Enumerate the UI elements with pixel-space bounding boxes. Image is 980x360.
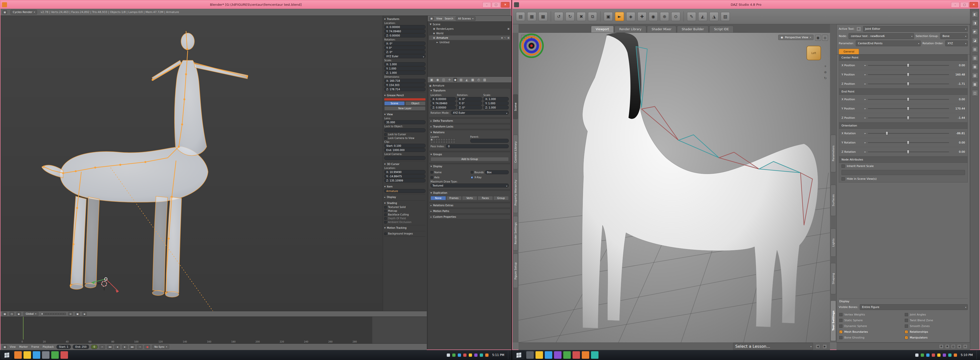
tray-icon[interactable] <box>474 354 477 357</box>
scale-x-field[interactable]: X: 1.000 <box>384 62 425 66</box>
pan-icon[interactable]: + <box>824 64 827 68</box>
frame-end-field[interactable]: End: 250 <box>73 345 89 349</box>
timeline-area[interactable]: 0 20 40 60 80 100 120 140 160 180 200 22… <box>0 317 427 344</box>
vertex-weights-checkbox[interactable] <box>839 313 843 316</box>
twist-blend-zone-row[interactable]: Twist Blend Zone <box>904 318 968 323</box>
depth-of-field-checkbox[interactable] <box>384 217 387 220</box>
scale-y-field[interactable]: Y: 1.000 <box>384 67 425 70</box>
matcap-row[interactable]: Matcap <box>384 209 425 213</box>
relationships-checkbox[interactable]: ✓ <box>905 330 908 333</box>
dup-faces-button[interactable]: Faces <box>477 196 493 200</box>
taskbar-app-icon[interactable] <box>582 351 589 359</box>
edge-icon-6[interactable]: ▥ <box>972 55 978 61</box>
selection-group-dropdown[interactable]: Bone ▾ <box>940 33 968 39</box>
blender-titlebar[interactable]: Blender* [G:\3dFIGURES\centaur\femcentau… <box>0 0 511 9</box>
parent-field[interactable] <box>470 139 509 143</box>
show-desktop-button[interactable] <box>508 351 509 359</box>
tray-icon[interactable] <box>943 354 946 357</box>
nudge-left-icon[interactable]: ► <box>864 73 866 76</box>
static-sphere-row[interactable]: Static Sphere <box>839 318 902 323</box>
obj-rotation-mode-dropdown[interactable]: XYZ Euler▾ <box>451 111 509 115</box>
viewport-editor-icon[interactable]: ▦ <box>3 312 7 316</box>
object-layers-grid-2[interactable] <box>431 141 469 143</box>
daz-centaur-figure[interactable] <box>582 33 818 328</box>
tray-icon[interactable] <box>932 354 935 357</box>
tab-shader-mixer[interactable]: Shader Mixer <box>647 26 676 32</box>
slider-knob[interactable] <box>907 141 909 145</box>
obj-location-z[interactable]: Z: 0.00000 <box>431 105 456 110</box>
manipulators-checkbox[interactable]: ✓ <box>905 336 908 339</box>
rotation-mode-dropdown[interactable]: XYZ Euler▾ <box>384 54 425 58</box>
daz-viewport[interactable]: ↖ + ◉ Perspective View ▾ ▦ ◎ Left <box>519 33 830 342</box>
maximize-button[interactable]: ▢ <box>492 2 500 8</box>
taskbar-app-icon[interactable] <box>573 351 580 359</box>
dynamic-sphere-row[interactable]: Dynamic Sphere <box>839 323 902 329</box>
display-header[interactable]: ► Display <box>384 195 425 199</box>
bone-ghosting-row[interactable]: Bone Ghosting <box>839 335 902 340</box>
inherit-parent-scale-row[interactable]: Inherit Parent Scale <box>839 163 967 169</box>
tab-physics-icon[interactable]: ▧ <box>482 78 487 82</box>
custom-properties-header[interactable]: ► Custom Properties <box>429 215 510 219</box>
visibility-eye-icon[interactable]: ◉ <box>501 37 503 39</box>
lesson-dropdown[interactable]: Select a Lesson... ▾ <box>733 343 813 350</box>
sync-dropdown[interactable]: No Sync ▾ <box>152 345 169 349</box>
record-button[interactable]: ● <box>145 345 150 349</box>
hide-in-scene-row[interactable]: Hide in Scene View(s) <box>839 175 967 182</box>
inherit-parent-scale-checkbox[interactable] <box>842 164 845 168</box>
outliner-editor-icon[interactable]: ▦ <box>429 17 434 21</box>
lesson-prev-icon[interactable]: ◀ <box>816 344 820 349</box>
manipulators-row[interactable]: ✓ Manipulators <box>904 335 968 340</box>
edge-icon-8[interactable]: ▧ <box>972 73 978 78</box>
viewport-options-icon[interactable]: ▦ <box>815 35 821 41</box>
end-z-slider[interactable] <box>868 118 949 118</box>
taskbar-app-icon[interactable] <box>42 351 49 359</box>
backface-culling-checkbox[interactable] <box>384 213 387 216</box>
taskbar-app-icon[interactable] <box>591 351 598 359</box>
slider-knob[interactable] <box>907 82 909 86</box>
delete-icon[interactable]: ✖ <box>577 12 586 21</box>
orientation-dropdown[interactable]: Global ▾ <box>24 312 38 316</box>
slider-knob[interactable] <box>907 107 909 110</box>
outliner-item-world[interactable]: ◉ World <box>429 31 510 35</box>
grease-object-toggle[interactable]: Object <box>405 101 426 105</box>
triangle-down-icon[interactable]: ▼ <box>430 23 431 25</box>
mode-icon[interactable]: ◳ <box>10 312 14 316</box>
sidetab-shaping[interactable]: Shaping <box>830 263 836 294</box>
taskbar-app-icon[interactable] <box>60 351 68 359</box>
panel-remove-icon[interactable]: ✖ <box>945 344 950 349</box>
obj-rotation-x[interactable]: X: 0° <box>457 97 482 101</box>
start-button[interactable] <box>513 351 525 359</box>
dimension-x-field[interactable]: X: 160.718 <box>384 79 425 83</box>
tray-icon[interactable] <box>921 354 924 357</box>
slider-knob[interactable] <box>907 64 909 67</box>
clip-end-field[interactable]: End: 1000.000 <box>384 148 425 152</box>
rotation-y-field[interactable]: Y: 0° <box>384 46 425 50</box>
end-y-slider[interactable] <box>868 108 949 109</box>
save-file-icon[interactable]: ▩ <box>538 12 547 21</box>
dimension-y-field[interactable]: Y: 154.303 <box>384 83 425 87</box>
center-y-slider[interactable] <box>868 74 949 75</box>
outliner-scope-dropdown[interactable]: All Scenes ▾ <box>456 16 476 21</box>
grease-pencil-header[interactable]: ▼ Grease Pencil <box>384 93 425 97</box>
tray-icon[interactable] <box>480 354 483 357</box>
orbit-icon[interactable]: ↻ <box>824 76 827 80</box>
zoom-icon[interactable]: ⊕ <box>824 70 827 74</box>
scene-navigator-icon[interactable]: ▣ <box>604 12 613 21</box>
edge-icon-3[interactable]: ◩ <box>972 29 978 35</box>
slider-knob[interactable] <box>907 116 909 120</box>
editor-type-icon[interactable]: ▦ <box>3 10 7 14</box>
obj-scale-x[interactable]: X: 1.000 <box>483 97 509 101</box>
tab-world-icon[interactable]: ✛ <box>447 78 452 82</box>
render-icon[interactable]: ▣ <box>507 27 509 30</box>
scale-z-field[interactable]: Z: 1.000 <box>384 71 425 75</box>
minimize-button[interactable]: – <box>482 2 491 8</box>
tray-icon[interactable] <box>948 354 951 357</box>
play-button[interactable]: ▶ <box>122 345 127 349</box>
display-panel-header[interactable]: ▼ Display <box>429 164 510 169</box>
open-file-icon[interactable]: ▦ <box>527 12 536 21</box>
sidetab-tool-settings[interactable]: Tool Settings <box>830 301 836 341</box>
location-x-field[interactable]: X: 0.00000 <box>384 25 425 29</box>
taskbar-folder-icon[interactable] <box>24 351 31 359</box>
preferences-icon[interactable]: ▧ <box>721 12 730 21</box>
tab-modifiers-icon[interactable]: ◭ <box>465 78 469 82</box>
